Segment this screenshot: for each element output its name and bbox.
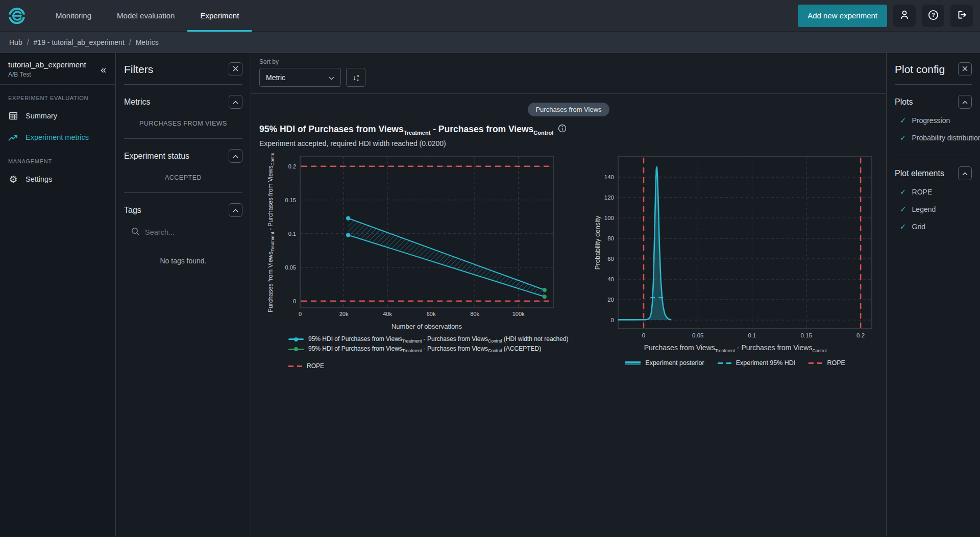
red-dash-swatch — [288, 365, 302, 367]
distribution-legend: Experiment posterior Experiment 95% HDI … — [593, 359, 878, 367]
svg-text:0: 0 — [610, 317, 614, 323]
breadcrumb-experiment[interactable]: #19 - tutorial_ab_experiment — [34, 38, 125, 46]
legend-item-rope: ROPE — [808, 359, 845, 367]
filter-status-value[interactable]: ACCEPTED — [120, 174, 247, 181]
logout-button[interactable] — [950, 5, 973, 27]
toggle-progression[interactable]: ✓ Progression — [887, 113, 980, 128]
plot-elements-section-header: Plot elements — [895, 169, 944, 178]
experiment-status-text: Experiment accepted, required HDI width … — [259, 139, 878, 148]
svg-text:100k: 100k — [512, 311, 525, 317]
check-icon: ✓ — [900, 133, 906, 142]
sidebar-item-summary[interactable]: Summary — [0, 105, 115, 127]
metric-chip[interactable]: Purchases from Views — [528, 103, 609, 116]
svg-text:120: 120 — [604, 194, 614, 201]
check-icon: ✓ — [900, 187, 906, 197]
sidebar-item-experiment-metrics[interactable]: Experiment metrics — [0, 127, 115, 148]
svg-text:0.05: 0.05 — [285, 264, 296, 270]
tags-search-input[interactable] — [145, 228, 222, 236]
progression-legend: 95% HDI of Purchases from ViewsTreatment… — [288, 335, 569, 370]
progression-chart: 020k40k60k80k100k00.050.10.150.2Number o… — [259, 153, 569, 370]
svg-text:0.2: 0.2 — [856, 332, 865, 338]
filter-metrics-header: Metrics — [124, 97, 151, 107]
breadcrumb-separator: / — [27, 38, 29, 46]
sidebar-item-label: Experiment metrics — [26, 133, 89, 141]
breadcrumb-separator: / — [129, 38, 131, 46]
sidebar-section-evaluation: EXPERIMENT EVALUATION — [8, 95, 107, 101]
cyan-dash-swatch — [718, 362, 731, 364]
sidebar-item-settings[interactable]: ⚙ Settings — [0, 168, 115, 190]
sort-by-select[interactable]: Metric — [259, 68, 341, 87]
nav-tab-monitoring[interactable]: Monitoring — [43, 0, 104, 32]
svg-text:20: 20 — [607, 297, 614, 303]
plots-collapse-button[interactable] — [958, 95, 972, 109]
plot-elements-collapse-button[interactable] — [958, 166, 972, 180]
app-logo-icon[interactable] — [7, 6, 27, 26]
experiment-type: A/B Test — [8, 71, 97, 78]
progression-plot: 020k40k60k80k100k00.050.10.150.2Number o… — [259, 153, 569, 333]
check-icon: ✓ — [900, 116, 906, 125]
metrics-collapse-button[interactable] — [229, 95, 242, 109]
sidebar-collapse-button[interactable]: « — [97, 62, 109, 77]
filters-title: Filters — [124, 63, 153, 76]
svg-text:60: 60 — [607, 256, 614, 262]
top-nav: Monitoring Model evaluation Experiment A… — [0, 0, 980, 32]
chevron-up-icon — [233, 152, 238, 160]
plots-section-header: Plots — [895, 97, 913, 107]
trending-up-icon — [8, 134, 18, 141]
check-icon: ✓ — [900, 205, 906, 214]
table-icon — [8, 111, 18, 120]
svg-text:60k: 60k — [427, 311, 436, 317]
chevron-up-icon — [962, 169, 968, 177]
sort-by-label: Sort by — [259, 58, 878, 65]
distribution-xlabel: Purchases from ViewsTreatment - Purchase… — [593, 344, 878, 353]
user-account-button[interactable] — [893, 5, 916, 27]
help-icon: ? — [927, 9, 939, 22]
svg-text:Probability density: Probability density — [594, 215, 601, 270]
toggle-rope[interactable]: ✓ ROPE — [887, 184, 980, 200]
experiment-name: tutorial_ab_experiment — [8, 60, 97, 69]
legend-item-hdi-not-reached: 95% HDI of Purchases from ViewsTreatment… — [288, 335, 569, 344]
chevron-up-icon — [233, 98, 238, 106]
svg-text:40k: 40k — [383, 311, 392, 317]
filter-metric-value[interactable]: PURCHASES FROM VIEWS — [120, 120, 247, 127]
close-icon — [233, 65, 238, 73]
cyan-bar-swatch — [625, 361, 641, 365]
svg-text:?: ? — [932, 12, 935, 18]
red-dash-swatch — [808, 362, 822, 364]
chevron-up-icon — [962, 98, 968, 106]
svg-text:0.15: 0.15 — [285, 197, 296, 203]
nav-tab-model-evaluation[interactable]: Model evaluation — [104, 0, 187, 32]
info-icon[interactable] — [558, 124, 567, 135]
close-icon — [962, 65, 968, 73]
breadcrumb-hub[interactable]: Hub — [9, 38, 22, 46]
help-button[interactable]: ? — [922, 5, 944, 27]
svg-text:Number of observations: Number of observations — [391, 323, 462, 330]
nav-tab-experiment[interactable]: Experiment — [187, 0, 252, 32]
user-icon — [899, 9, 910, 22]
toggle-grid[interactable]: ✓ Grid — [887, 219, 980, 234]
nav-actions: Add new experiment ? — [798, 5, 980, 27]
legend-item-posterior: Experiment posterior — [625, 359, 704, 367]
filter-tags-header: Tags — [124, 206, 141, 215]
filters-close-button[interactable] — [229, 62, 242, 76]
tags-collapse-button[interactable] — [229, 203, 242, 217]
status-collapse-button[interactable] — [229, 149, 242, 163]
cyan-line-swatch — [288, 338, 304, 340]
toggle-probability-distribution[interactable]: ✓ Probability distribution — [887, 130, 980, 145]
plot-config-close-button[interactable] — [958, 62, 972, 76]
svg-text:0: 0 — [293, 298, 296, 304]
add-new-experiment-button[interactable]: Add new experiment — [798, 5, 887, 27]
distribution-plot: 00.050.10.150.2020406080100120140Probabi… — [593, 153, 878, 339]
sort-direction-button[interactable]: ↓ az — [346, 68, 365, 87]
search-icon — [131, 227, 140, 237]
svg-text:0.05: 0.05 — [692, 332, 703, 338]
svg-text:80k: 80k — [470, 311, 479, 317]
metrics-main: Sort by Metric ↓ az Purchases from Views — [251, 53, 886, 536]
toggle-legend[interactable]: ✓ Legend — [887, 202, 980, 217]
chart-group-title: 95% HDI of Purchases from ViewsTreatment… — [259, 124, 878, 136]
svg-text:140: 140 — [604, 174, 614, 180]
primary-nav-tabs: Monitoring Model evaluation Experiment — [43, 0, 252, 32]
breadcrumb-metrics[interactable]: Metrics — [136, 38, 159, 46]
gear-icon: ⚙ — [8, 175, 18, 184]
filter-status-header: Experiment status — [124, 152, 189, 161]
